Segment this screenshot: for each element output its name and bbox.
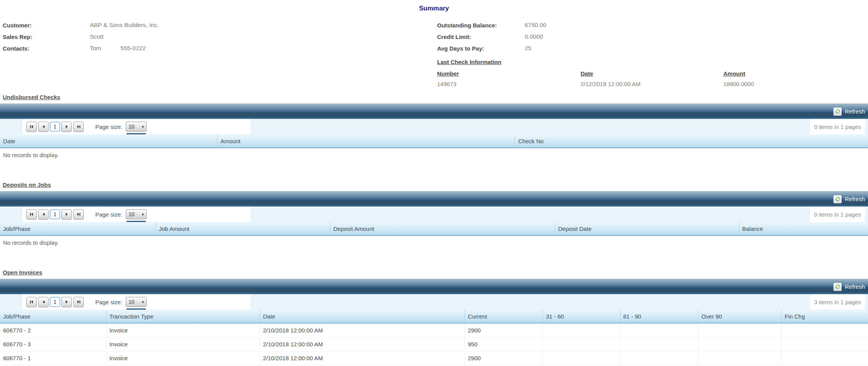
table-cell: [542, 324, 620, 337]
table-cell: [620, 351, 698, 365]
column-header[interactable]: Job Amount: [155, 222, 330, 235]
table-row[interactable]: 606770 - 3Invoice2/10/2018 12:00:00 AM95…: [0, 337, 868, 351]
undisbursed-checks-section: Undisbursed Checks Refresh Page size: 10…: [0, 94, 868, 159]
prev-page-button[interactable]: [38, 122, 49, 132]
section-title-undisbursed-checks: Undisbursed Checks: [0, 94, 868, 101]
refresh-button[interactable]: Refresh: [833, 195, 865, 203]
column-header[interactable]: Job/Phase: [0, 310, 106, 323]
prev-page-button[interactable]: [38, 209, 49, 220]
grid-header-row: Job/PhaseTransaction TypeDateCurrent31 -…: [0, 310, 868, 324]
last-page-button[interactable]: [73, 122, 84, 132]
grid-header-row: Job/PhaseJob AmountDeposit AmountDeposit…: [0, 222, 868, 236]
refresh-label: Refresh: [844, 196, 865, 202]
contact-phone: 555-0222: [120, 45, 146, 52]
pager-left-spacer: [0, 119, 22, 134]
column-header[interactable]: Job/Phase: [0, 222, 155, 235]
check-amount-header: Amount: [723, 70, 754, 77]
table-cell: 950: [464, 337, 543, 351]
deposits-on-jobs-section: Deposits on Jobs Refresh Page size: 10 ▾: [0, 181, 868, 247]
page-number-input[interactable]: [50, 297, 60, 307]
prev-page-button[interactable]: [38, 297, 49, 307]
customer-row: Customer: ABP & Sons Builders, Inc.: [3, 19, 159, 31]
page-size-dropdown[interactable]: 10 ▾: [126, 122, 147, 132]
credit-limit-value: 0.0000: [525, 33, 543, 40]
column-header[interactable]: Over 90: [698, 310, 781, 323]
pager-controls: Page size: 10 ▾: [22, 294, 250, 310]
column-header[interactable]: Date: [260, 310, 464, 323]
chevron-down-icon: ▾: [142, 124, 144, 129]
table-row[interactable]: 606770 - 1Invoice2/10/2018 12:00:00 AM29…: [0, 351, 868, 365]
outstanding-balance-row: Outstanding Balance: 6750.00: [437, 19, 754, 31]
table-cell: 606770 - 3: [0, 337, 106, 351]
refresh-icon: [833, 283, 842, 291]
table-cell: 606770 - 2: [0, 324, 106, 337]
pager-controls: Page size: 10 ▾: [22, 119, 250, 134]
refresh-button[interactable]: Refresh: [833, 107, 865, 116]
table-cell: 2/10/2018 12:00:00 AM: [260, 337, 464, 351]
table-cell: Invoice: [106, 324, 260, 337]
column-header[interactable]: Date: [0, 134, 217, 147]
last-page-button[interactable]: [73, 209, 84, 220]
avg-days-row: Avg Days to Pay: 25: [437, 42, 754, 54]
table-row[interactable]: 606770 - 2Invoice2/10/2018 12:00:00 AM29…: [0, 324, 868, 337]
page-size-value: 10: [128, 124, 135, 130]
column-header[interactable]: Deposit Date: [555, 222, 739, 235]
chevron-down-icon: ▾: [142, 212, 144, 217]
grid-pager: Page size: 10 ▾ 0 items in 1 pages: [0, 207, 868, 222]
chevron-down-icon: ▾: [142, 300, 144, 305]
page-number-input[interactable]: [50, 122, 60, 131]
table-cell: Invoice: [106, 337, 260, 351]
refresh-button[interactable]: Refresh: [833, 283, 865, 291]
column-header[interactable]: 61 - 90: [620, 310, 698, 323]
check-amount-col: Amount 18800.0000: [723, 70, 754, 87]
customer-info-block: Customer: ABP & Sons Builders, Inc. Sale…: [3, 19, 159, 54]
customer-label: Customer:: [3, 22, 90, 29]
table-cell: [698, 351, 781, 365]
next-page-button[interactable]: [61, 297, 72, 307]
page-size-label: Page size:: [95, 211, 122, 218]
column-header[interactable]: Deposit Amount: [330, 222, 555, 235]
table-cell: [781, 324, 868, 337]
table-cell: 2900: [464, 324, 543, 337]
page-number-input[interactable]: [50, 210, 60, 219]
pager-items-count: 0 items in 1 pages: [810, 207, 865, 222]
first-page-button[interactable]: [26, 209, 37, 220]
page-size-dropdown[interactable]: 10 ▾: [126, 297, 147, 307]
first-page-button[interactable]: [26, 122, 37, 132]
check-amount-value: 18800.0000: [723, 81, 754, 87]
table-cell: [542, 351, 620, 365]
column-header[interactable]: Check No: [515, 134, 868, 147]
first-page-button[interactable]: [26, 297, 37, 307]
table-cell: [698, 324, 781, 337]
page-size-label: Page size:: [95, 124, 122, 130]
contacts-row: Contacts: Tom 555-0222: [3, 42, 159, 54]
next-page-button[interactable]: [61, 209, 72, 220]
column-header[interactable]: 31 - 60: [542, 310, 620, 323]
refresh-label: Refresh: [844, 108, 865, 115]
no-records-text: No records to display.: [0, 236, 868, 247]
column-header[interactable]: Transaction Type: [106, 310, 260, 323]
credit-limit-row: Credit Limit: 0.0000: [437, 31, 754, 42]
column-header[interactable]: Current: [464, 310, 543, 323]
table-cell: [698, 337, 781, 351]
last-page-button[interactable]: [73, 297, 84, 307]
next-page-button[interactable]: [61, 122, 72, 132]
pager-items-count: 3 items in 1 pages: [810, 294, 865, 310]
table-cell: 606770 - 1: [0, 351, 106, 365]
column-header[interactable]: Amount: [217, 134, 515, 147]
sales-rep-label: Sales Rep:: [3, 34, 90, 40]
avg-days-label: Avg Days to Pay:: [437, 45, 525, 52]
refresh-icon: [833, 195, 842, 203]
grid-pager: Page size: 10 ▾ 3 items in 1 pages: [0, 294, 868, 310]
column-header[interactable]: Balance: [739, 222, 868, 235]
refresh-icon: [833, 107, 842, 116]
no-records-text: No records to display.: [0, 148, 868, 159]
check-number-value: 149673: [437, 81, 581, 87]
pager-controls: Page size: 10 ▾: [22, 207, 250, 222]
grid-header-row: DateAmountCheck No: [0, 134, 868, 148]
column-header[interactable]: Fin Chg: [781, 310, 868, 323]
grid-command-bar: Refresh: [0, 279, 868, 294]
page-size-dropdown[interactable]: 10 ▾: [126, 209, 147, 219]
table-cell: [620, 324, 698, 337]
avg-days-value: 25: [525, 45, 531, 52]
